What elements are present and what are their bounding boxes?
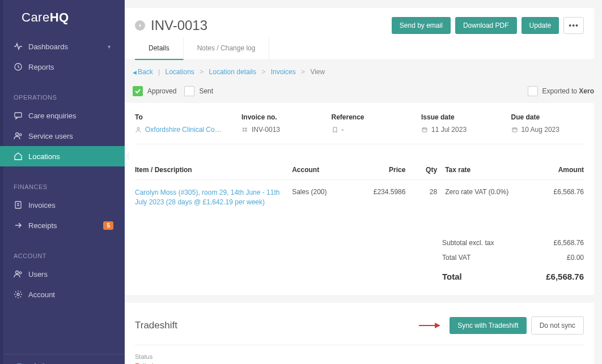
svg-point-8 (137, 127, 139, 130)
line-acct: Sales (200) (292, 188, 349, 196)
chat-icon (14, 111, 23, 120)
users-icon (14, 131, 23, 140)
brand-logo[interactable]: CareHQ (0, 0, 125, 32)
sent-label: Sent (199, 87, 213, 95)
svg-point-5 (16, 271, 19, 274)
exported-label: Exported to Xero (542, 87, 594, 95)
invoice-card: To Oxfordshire Clinical Com... Invoice n… (125, 103, 594, 295)
total-value: £6,568.76 (546, 272, 584, 281)
nav-locations[interactable]: Locations (0, 146, 125, 166)
page-title: INV-0013 (151, 18, 392, 33)
th-acct: Account (292, 166, 349, 174)
sync-tradeshift-button[interactable]: Sync with Tradeshift (450, 317, 526, 334)
svg-rect-9 (422, 128, 427, 132)
tradeshift-title: Tradeshift (135, 320, 418, 331)
send-email-button[interactable]: Send by email (392, 17, 451, 34)
approved-label: Approved (147, 87, 176, 95)
sent-checkbox[interactable] (184, 86, 194, 96)
breadcrumb: ◀Back | Locations > Location details > I… (125, 60, 602, 82)
arrow-right-icon (14, 221, 23, 230)
section-operations: OPERATIONS (0, 86, 125, 105)
line-qty: 28 (405, 188, 437, 196)
line-tax: Zero rate VAT (0.0%) (437, 188, 521, 196)
breadcrumb-current: View (310, 68, 325, 76)
to-label: To (135, 113, 224, 121)
header: INV-0013 Send by email Download PDF Upda… (125, 8, 594, 60)
person-icon (135, 126, 142, 133)
issue-label: Issue date (421, 113, 494, 121)
calendar-icon (421, 126, 428, 133)
nav-invoices[interactable]: Invoices (0, 195, 125, 215)
chevron-down-icon: ▾ (108, 44, 113, 50)
th-amt: Amount (521, 166, 584, 174)
arrow-annotation-icon (418, 322, 443, 329)
update-button[interactable]: Update (522, 17, 559, 34)
ts-status-label: Status (135, 353, 584, 360)
nav-service-users[interactable]: Service users (0, 126, 125, 146)
section-finances: FINANCES (0, 175, 125, 195)
ref-value: - (342, 126, 344, 134)
exported-checkbox[interactable] (528, 86, 538, 96)
total-label: Total (442, 272, 462, 281)
breadcrumb-location-details[interactable]: Location details (209, 68, 256, 76)
nav-care-enquiries[interactable]: Care enquiries (0, 105, 125, 126)
subtotal-label: Subtotal excl. tax (442, 239, 494, 247)
user-footer[interactable]: AB Anthony Blackshaw ▾ (0, 354, 125, 364)
invno-label: Invoice no. (241, 113, 315, 121)
invoice-icon (14, 200, 23, 209)
svg-point-7 (17, 293, 19, 296)
subtotal-value: £6,568.76 (554, 239, 584, 247)
back-button[interactable] (135, 20, 145, 31)
svg-point-3 (19, 134, 22, 136)
breadcrumb-locations[interactable]: Locations (166, 68, 194, 76)
th-qty: Qty (405, 166, 437, 174)
tab-notes[interactable]: Notes / Change log (184, 37, 270, 59)
bookmark-icon (332, 126, 338, 133)
svg-point-2 (16, 133, 19, 136)
due-value: 10 Aug 2023 (522, 126, 559, 134)
gear-icon (14, 290, 23, 299)
breadcrumb-back[interactable]: Back (138, 68, 153, 76)
pulse-icon (14, 42, 23, 51)
nav-dashboards[interactable]: Dashboards ▾ (0, 36, 125, 57)
due-label: Due date (511, 113, 584, 121)
sidebar: CareHQ Dashboards ▾ Reports OPERATIONS C… (0, 0, 125, 364)
nav-account[interactable]: Account (0, 284, 125, 305)
section-account: ACCOUNT (0, 245, 125, 264)
issue-value: 11 Jul 2023 (431, 126, 467, 134)
svg-rect-4 (15, 202, 21, 208)
calendar-icon (511, 126, 518, 133)
download-pdf-button[interactable]: Download PDF (455, 17, 517, 34)
clock-icon (14, 62, 23, 71)
line-desc[interactable]: Carolyn Moss (#305), room 29, 14th June … (135, 188, 292, 207)
svg-rect-10 (512, 128, 517, 132)
to-value[interactable]: Oxfordshire Clinical Com... (145, 126, 224, 134)
ts-status-value: Failed (135, 362, 584, 364)
tab-details[interactable]: Details (135, 37, 184, 60)
th-desc: Item / Description (135, 166, 292, 174)
th-price: Price (349, 166, 405, 174)
ref-label: Reference (332, 113, 405, 121)
line-row: Carolyn Moss (#305), room 29, 14th June … (135, 180, 584, 219)
svg-point-6 (19, 272, 22, 274)
vat-label: Total VAT (442, 254, 470, 262)
invno-value: INV-0013 (252, 126, 280, 134)
tradeshift-card: Tradeshift Sync with Tradeshift Do not s… (125, 303, 594, 364)
receipts-badge: 5 (103, 221, 113, 230)
do-not-sync-button[interactable]: Do not sync (531, 316, 584, 335)
vat-value: £0.00 (567, 254, 584, 262)
nav-users[interactable]: Users (0, 264, 125, 284)
line-price: £234.5986 (349, 188, 405, 196)
users-icon (14, 269, 23, 279)
nav-receipts[interactable]: Receipts 5 (0, 215, 125, 235)
nav-reports[interactable]: Reports (0, 57, 125, 77)
th-tax: Tax rate (437, 166, 521, 174)
approved-checkbox[interactable] (133, 86, 143, 96)
home-icon (14, 152, 23, 161)
back-caret-icon: ◀ (133, 70, 137, 75)
line-amt: £6,568.76 (521, 188, 584, 196)
hash-icon (241, 126, 248, 133)
svg-rect-1 (15, 113, 22, 117)
breadcrumb-invoices[interactable]: Invoices (271, 68, 296, 76)
more-menu-button[interactable]: ••• (563, 17, 584, 34)
